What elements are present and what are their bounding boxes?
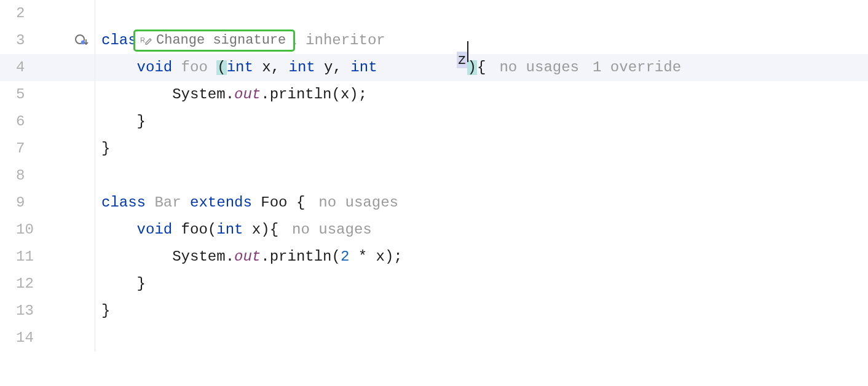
code-line[interactable] bbox=[95, 325, 868, 352]
param-x: x bbox=[253, 60, 271, 75]
gutter-row: 12 bbox=[0, 270, 95, 297]
space bbox=[377, 60, 386, 75]
keyword-void: void bbox=[101, 223, 172, 237]
line-number: 10 bbox=[16, 223, 34, 237]
code-text: .println(x); bbox=[261, 87, 367, 102]
brace: { bbox=[477, 60, 486, 75]
gutter-row: 7 bbox=[0, 135, 95, 162]
code-line[interactable]: } bbox=[95, 270, 868, 297]
line-number: 7 bbox=[16, 141, 25, 156]
gutter-row: 8 bbox=[0, 162, 95, 189]
brace: } bbox=[101, 114, 146, 129]
line-number: 8 bbox=[16, 168, 25, 183]
gutter-row: 6 bbox=[0, 108, 95, 135]
gutter-row: 14 bbox=[0, 325, 95, 352]
code-line[interactable]: void foo( int x){ no usages bbox=[95, 216, 868, 243]
line-number: 5 bbox=[16, 87, 25, 102]
usages-hint[interactable]: no usages bbox=[499, 60, 579, 75]
brace: } bbox=[101, 304, 110, 318]
keyword-int: int bbox=[227, 60, 253, 75]
gutter-row: 9 bbox=[0, 189, 95, 216]
code-text: System. bbox=[101, 87, 234, 102]
brace: { bbox=[288, 195, 306, 210]
inheritors-hint[interactable]: 1 inheritor bbox=[288, 33, 385, 48]
code-text: .println( bbox=[261, 250, 341, 264]
gutter-row: 11 bbox=[0, 243, 95, 270]
gutter-row: 5 bbox=[0, 81, 95, 108]
gutter: 2 3 4 5 6 7 8 9 10 11 bbox=[0, 0, 95, 352]
line-number: 9 bbox=[16, 195, 25, 210]
code-line[interactable]: } bbox=[95, 108, 868, 135]
gutter-row: 13 bbox=[0, 297, 95, 325]
space bbox=[252, 195, 261, 210]
overridden-in-subclass-icon[interactable] bbox=[74, 33, 89, 48]
svg-text:R: R bbox=[140, 36, 145, 44]
usages-hint[interactable]: no usages bbox=[292, 223, 372, 237]
code-line[interactable]: } bbox=[95, 297, 868, 325]
open-paren: ( bbox=[216, 60, 226, 75]
comma: , bbox=[333, 60, 351, 75]
code-line[interactable] bbox=[95, 162, 868, 189]
code-text: x){ bbox=[243, 223, 278, 237]
line-number: 2 bbox=[16, 6, 25, 21]
gutter-row: 3 bbox=[0, 27, 95, 54]
space bbox=[181, 195, 190, 210]
space bbox=[146, 195, 154, 210]
code-area[interactable]: class Foo { 1 usage 1 inheritor void foo… bbox=[95, 0, 868, 352]
code-editor[interactable]: 2 3 4 5 6 7 8 9 10 11 bbox=[0, 0, 868, 352]
code-line-caret[interactable]: void foo ( int x , int y , int z ) { no … bbox=[95, 54, 868, 81]
line-number: 12 bbox=[16, 277, 34, 291]
keyword-void: void bbox=[101, 60, 172, 75]
class-name: Bar bbox=[154, 195, 181, 210]
comma: , bbox=[271, 60, 289, 75]
method-name: foo bbox=[172, 60, 216, 75]
line-number: 14 bbox=[16, 331, 34, 345]
change-signature-popup[interactable]: R Change signature bbox=[133, 30, 295, 52]
code-line[interactable]: System. out .println(x); bbox=[95, 81, 868, 108]
caret bbox=[467, 41, 468, 62]
field-out: out bbox=[234, 87, 261, 102]
code-text: * x); bbox=[349, 250, 402, 264]
method-name: foo( bbox=[172, 223, 216, 237]
param-z: z bbox=[457, 52, 467, 68]
code-text: System. bbox=[101, 250, 234, 264]
keyword-int: int bbox=[350, 60, 377, 75]
refactor-icon: R bbox=[140, 34, 152, 47]
brace: } bbox=[101, 277, 146, 291]
line-number: 6 bbox=[16, 114, 25, 129]
keyword-int: int bbox=[288, 60, 315, 75]
line-number: 4 bbox=[16, 60, 25, 75]
usages-hint[interactable]: no usages bbox=[318, 195, 398, 210]
code-line[interactable]: } bbox=[95, 135, 868, 162]
class-name: Foo bbox=[261, 195, 287, 210]
keyword-extends: extends bbox=[190, 195, 252, 210]
line-number: 13 bbox=[16, 304, 34, 318]
code-line[interactable]: class Bar extends Foo { no usages bbox=[95, 189, 868, 216]
code-line[interactable]: System. out .println( 2 * x); bbox=[95, 243, 868, 270]
brace: } bbox=[101, 141, 110, 156]
line-number: 3 bbox=[16, 33, 25, 48]
gutter-row: 10 bbox=[0, 216, 95, 243]
overrides-hint[interactable]: 1 override bbox=[593, 60, 681, 75]
param-y: y bbox=[315, 60, 333, 75]
field-out: out bbox=[234, 250, 261, 264]
code-line[interactable] bbox=[95, 0, 868, 27]
number-literal: 2 bbox=[341, 250, 349, 264]
keyword-int: int bbox=[216, 223, 243, 237]
line-number: 11 bbox=[16, 250, 34, 264]
change-signature-label: Change signature bbox=[156, 34, 286, 47]
gutter-row: 2 bbox=[0, 0, 95, 27]
gutter-row: 4 bbox=[0, 54, 95, 81]
keyword-class: class bbox=[101, 195, 146, 210]
close-paren: ) bbox=[467, 60, 477, 75]
